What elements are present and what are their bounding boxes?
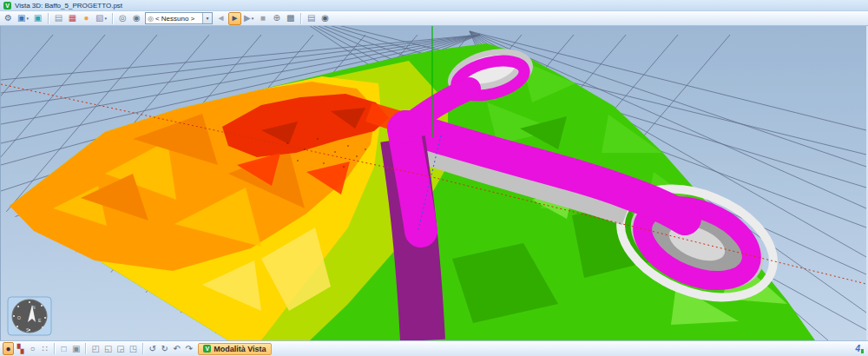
stop-animation-button-glyph: ■	[260, 14, 266, 23]
red-grid-icon-glyph: ▦	[69, 14, 76, 23]
camera-back-icon-glyph: ◎	[119, 14, 127, 23]
prev-view-button[interactable]: ◄	[214, 12, 227, 25]
window-tab[interactable]: V Vista 3D: Baffo_5_PROGETTO.pst	[0, 0, 868, 11]
toolbar-left-group: ⚙▣▾▣▤▦●▧▾◎◉	[2, 12, 143, 25]
corner-axis-badge: 4	[855, 344, 864, 353]
prev-view-button-glyph: ◄	[216, 14, 225, 23]
play-animation-button-caret: ▾	[252, 16, 254, 21]
combo-caret-icon[interactable]: ▼	[202, 13, 212, 23]
filter-value: < Nessuno >	[155, 15, 202, 23]
app-icon: V	[3, 2, 11, 10]
measure-icon-glyph: ⊕	[273, 14, 279, 23]
orbit-left-button[interactable]: ↺	[147, 342, 158, 355]
pan-back-button-glyph: ↶	[174, 345, 181, 353]
view-front-button-glyph: ◰	[91, 345, 99, 353]
compass-widget[interactable]: N O E S	[8, 297, 51, 335]
view-front-button[interactable]: ◰	[89, 342, 101, 355]
orbit-left-button-glyph: ↺	[149, 345, 156, 353]
display-options-icon-caret: ▾	[26, 16, 29, 21]
view-toolbar: ⚙▣▾▣▤▦●▧▾◎◉ ◎ < Nessuno > ▼ ◄►▶▾■⊕▩▤◉	[0, 11, 868, 26]
toolbar-separator	[300, 13, 301, 24]
measure-icon[interactable]: ⊕	[270, 12, 283, 25]
iso-view-button[interactable]: □	[58, 342, 69, 355]
settings-icon[interactable]: ⚙	[2, 12, 15, 25]
light-sphere-icon-glyph: ●	[83, 14, 89, 23]
copy-view-icon-glyph: ▤	[55, 14, 62, 23]
road-junction	[390, 110, 423, 143]
toolbar-separator	[112, 13, 113, 24]
view-materials-button[interactable]: ▚	[15, 342, 26, 355]
view-right-button[interactable]: ◳	[128, 342, 139, 355]
second-view-icon-glyph: ▣	[34, 14, 42, 23]
filter-combobox[interactable]: ◎ < Nessuno > ▼	[145, 12, 213, 24]
view-top-button-glyph: ◱	[104, 345, 112, 353]
checker-plane-icon[interactable]: ▩	[284, 12, 297, 25]
view-top-button[interactable]: ◱	[102, 342, 114, 355]
snapshot-icon-glyph: ◉	[321, 14, 329, 23]
view-mode-buttons: ●▚○∷□▣◰◱◲◳↺↻↶↷	[3, 342, 194, 355]
view-mode-status[interactable]: V Modalità Vista	[198, 343, 271, 355]
view-points-button[interactable]: ∷	[39, 342, 50, 355]
toolbar-right-group: ◄►▶▾■⊕▩▤◉	[214, 12, 332, 25]
iso-view-button-glyph: □	[61, 345, 66, 353]
view-wireframe-button[interactable]: ○	[27, 342, 38, 355]
status-label: Modalità Vista	[214, 345, 266, 353]
view-solid-button-glyph: ●	[5, 345, 10, 353]
view-left-button-glyph: ◲	[116, 345, 124, 353]
view-materials-button-glyph: ▚	[17, 345, 24, 353]
status-app-icon: V	[203, 345, 211, 353]
toolbar-separator	[85, 343, 86, 354]
settings-icon-glyph: ⚙	[4, 14, 12, 23]
second-view-icon[interactable]: ▣	[31, 12, 44, 25]
view-mode-toolbar: ●▚○∷□▣◰◱◲◳↺↻↶↷ V Modalità Vista 4	[0, 340, 868, 356]
camera-target-icon-glyph: ◉	[133, 14, 141, 23]
window-title: Vista 3D: Baffo_5_PROGETTO.pst	[15, 2, 122, 10]
view-solid-button[interactable]: ●	[3, 342, 14, 355]
next-view-button-glyph: ►	[230, 14, 239, 23]
stop-animation-button[interactable]: ■	[256, 12, 269, 25]
toolbar-separator	[142, 343, 143, 354]
checker-plane-icon-glyph: ▩	[286, 14, 294, 23]
snapshot-icon[interactable]: ◉	[319, 12, 332, 25]
pan-forward-button[interactable]: ↷	[183, 342, 194, 355]
toolbar-separator	[48, 13, 49, 24]
report-icon[interactable]: ▤	[305, 12, 318, 25]
toolbar-separator	[54, 343, 55, 354]
camera-back-icon[interactable]: ◎	[116, 12, 129, 25]
filter-icon: ◎	[148, 15, 154, 23]
viewport-3d[interactable]: N O E S	[0, 26, 868, 340]
iso-views-pair-button-glyph: ▣	[72, 345, 80, 353]
compass-west-label: O	[17, 315, 21, 320]
light-sphere-icon[interactable]: ●	[80, 12, 93, 25]
display-options-icon-glyph: ▣	[17, 14, 25, 23]
pan-forward-button-glyph: ↷	[186, 345, 193, 353]
road-bottom-branch	[404, 129, 421, 231]
display-options-icon[interactable]: ▣▾	[16, 12, 30, 25]
view-right-button-glyph: ◳	[129, 345, 137, 353]
red-grid-icon[interactable]: ▦	[66, 12, 79, 25]
copy-view-icon[interactable]: ▤	[52, 12, 65, 25]
play-animation-button-glyph: ▶	[244, 14, 251, 23]
camera-target-icon[interactable]: ◉	[130, 12, 143, 25]
next-view-button[interactable]: ►	[228, 12, 241, 25]
play-animation-button[interactable]: ▶▾	[242, 12, 255, 25]
iso-views-pair-button[interactable]: ▣	[70, 342, 82, 355]
pan-back-button[interactable]: ↶	[171, 342, 182, 355]
solid-model-icon-glyph: ▧	[95, 14, 103, 23]
view-points-button-glyph: ∷	[42, 345, 47, 353]
report-icon-glyph: ▤	[307, 14, 315, 23]
orbit-right-button-glyph: ↻	[161, 345, 168, 353]
solid-model-icon[interactable]: ▧▾	[94, 12, 108, 25]
view-wireframe-button-glyph: ○	[30, 345, 35, 353]
view-left-button[interactable]: ◲	[115, 342, 126, 355]
orbit-right-button[interactable]: ↻	[159, 342, 170, 355]
solid-model-icon-caret: ▾	[104, 16, 107, 21]
scene-3d: N O E S	[1, 26, 866, 340]
